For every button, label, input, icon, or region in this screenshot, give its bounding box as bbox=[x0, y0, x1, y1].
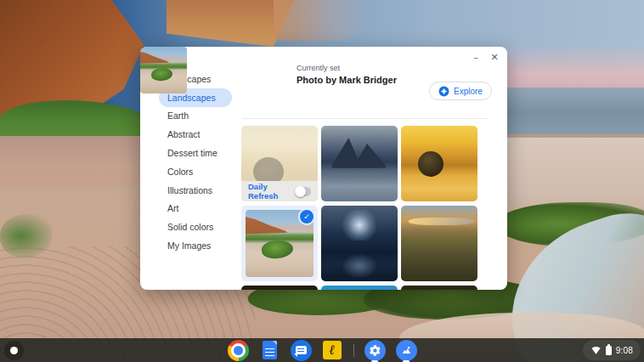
wallpaper-thumbnail bbox=[401, 126, 477, 201]
wallpaper-app-button[interactable] bbox=[396, 340, 417, 361]
wallpaper-mudflat bbox=[0, 136, 146, 185]
wallpaper-thumbnail bbox=[321, 206, 398, 281]
wallpaper-thumbnail bbox=[241, 286, 318, 290]
messages-icon bbox=[291, 340, 312, 361]
sidebar-item-art[interactable]: Art bbox=[159, 200, 232, 218]
wallpaper-tile-night-lake[interactable] bbox=[321, 206, 398, 281]
wallpaper-tile-dusk-hills[interactable] bbox=[401, 206, 477, 281]
docs-app-button[interactable] bbox=[259, 340, 280, 361]
battery-icon bbox=[606, 346, 612, 355]
currently-set-label: Currently set bbox=[297, 64, 340, 72]
wallpaper-tile-beach-cliffs[interactable]: ✓ bbox=[241, 206, 318, 281]
wallpaper-tile-partial-2[interactable] bbox=[321, 286, 398, 290]
desktop[interactable]: – ✕ CityscapesLandscapesEarthAbstractDes… bbox=[0, 0, 644, 362]
wallpaper-thumbnail bbox=[401, 206, 477, 281]
wallpaper-mountain-icon bbox=[396, 340, 417, 361]
daily-refresh-label: Daily Refresh bbox=[248, 182, 296, 201]
sidebar-item-label: Dessert time bbox=[167, 148, 217, 158]
wallpaper-picker-window: – ✕ CityscapesLandscapesEarthAbstractDes… bbox=[140, 47, 507, 290]
sidebar-item-label: Colors bbox=[167, 167, 193, 177]
docs-icon bbox=[263, 341, 277, 359]
chrome-app-button[interactable] bbox=[228, 340, 249, 361]
selected-check-badge: ✓ bbox=[298, 208, 315, 225]
sidebar-item-label: Earth bbox=[167, 110, 189, 121]
minimize-button[interactable]: – bbox=[469, 50, 483, 64]
current-wallpaper-title: Photo by Mark Bridger bbox=[297, 75, 397, 85]
explore-button-label: Explore bbox=[454, 87, 483, 96]
shelf-app-icons: ℓ bbox=[0, 338, 644, 362]
status-tray[interactable]: 9:08 bbox=[583, 340, 641, 360]
wallpaper-tile-golden-sunset[interactable] bbox=[401, 126, 477, 201]
sidebar-item-label: Illustrations bbox=[167, 185, 212, 195]
settings-app-button[interactable] bbox=[364, 340, 386, 361]
wallpaper-thumbnail bbox=[321, 286, 398, 290]
daily-refresh-toggle[interactable] bbox=[296, 187, 311, 196]
explore-button[interactable]: Explore bbox=[429, 82, 492, 100]
sidebar-item-dessert-time[interactable]: Dessert time bbox=[159, 144, 232, 162]
daily-refresh-tile[interactable]: Daily Refresh bbox=[241, 126, 318, 201]
wallpaper-thumbnail bbox=[321, 126, 398, 201]
sidebar-item-label: Landscapes bbox=[167, 93, 216, 103]
sidebar-item-my-images[interactable]: My Images bbox=[159, 236, 232, 255]
shelf: ℓ bbox=[0, 338, 644, 362]
l-app-button[interactable]: ℓ bbox=[322, 340, 343, 361]
wallpaper-tile-partial-1[interactable] bbox=[241, 286, 318, 290]
sidebar-item-label: Solid colors bbox=[167, 222, 213, 232]
sidebar-item-label: My Images bbox=[167, 240, 211, 251]
current-wallpaper-thumbnail bbox=[140, 47, 187, 93]
wallpaper-tile-storm-mountains[interactable] bbox=[321, 126, 398, 201]
section-divider bbox=[242, 118, 487, 119]
wallpaper-grid: Daily Refresh✓ bbox=[241, 126, 488, 290]
check-icon: ✓ bbox=[303, 213, 310, 221]
daily-refresh-bar: Daily Refresh bbox=[241, 181, 318, 201]
wallpaper-tile-partial-3[interactable] bbox=[401, 286, 477, 290]
wifi-icon bbox=[590, 345, 602, 355]
sidebar-item-illustrations[interactable]: Illustrations bbox=[159, 181, 232, 200]
l-app-icon: ℓ bbox=[323, 341, 342, 359]
shelf-separator bbox=[353, 344, 354, 357]
clock: 9:08 bbox=[616, 346, 633, 355]
sidebar-item-abstract[interactable]: Abstract bbox=[159, 125, 232, 144]
toggle-knob bbox=[295, 186, 306, 197]
settings-gear-icon bbox=[364, 340, 386, 361]
category-list: CityscapesLandscapesEarthAbstractDessert… bbox=[159, 70, 232, 255]
sidebar-item-colors[interactable]: Colors bbox=[159, 162, 232, 181]
sidebar-item-earth[interactable]: Earth bbox=[159, 107, 232, 126]
wallpaper-thumbnail bbox=[401, 286, 477, 290]
messages-app-button[interactable] bbox=[291, 340, 312, 361]
close-button[interactable]: ✕ bbox=[488, 50, 501, 64]
explore-compass-icon bbox=[438, 86, 449, 97]
sidebar-item-label: Abstract bbox=[167, 129, 201, 139]
sidebar-item-label: Art bbox=[167, 203, 178, 213]
sidebar-item-solid-colors[interactable]: Solid colors bbox=[159, 218, 232, 236]
wallpaper-cliff-haze bbox=[274, 0, 371, 41]
chrome-icon bbox=[228, 340, 249, 361]
